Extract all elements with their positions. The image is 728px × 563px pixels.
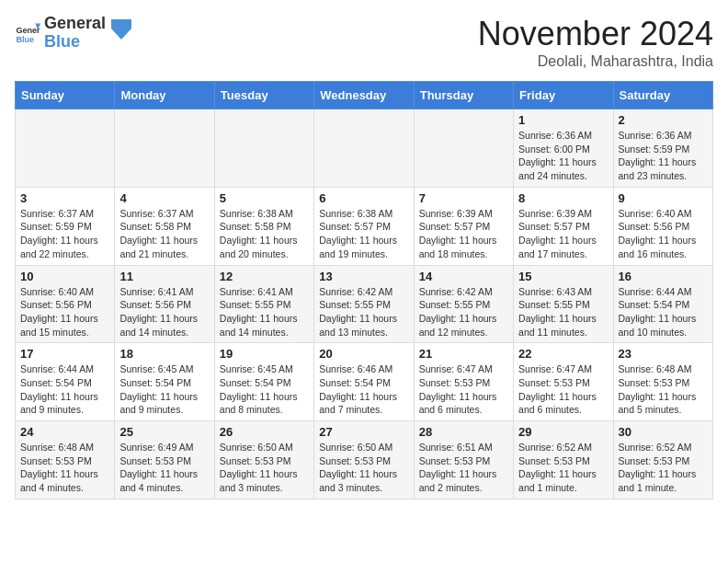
calendar-cell: 12Sunrise: 6:41 AM Sunset: 5:55 PM Dayli… [214, 265, 313, 343]
day-info: Sunrise: 6:40 AM Sunset: 5:56 PM Dayligh… [619, 207, 708, 261]
calendar-cell: 29Sunrise: 6:52 AM Sunset: 5:53 PM Dayli… [514, 421, 613, 500]
day-number: 27 [319, 425, 408, 439]
weekday-header-wednesday: Wednesday [314, 82, 414, 109]
calendar-cell: 17Sunrise: 6:44 AM Sunset: 5:54 PM Dayli… [16, 343, 115, 421]
calendar-week-row: 17Sunrise: 6:44 AM Sunset: 5:54 PM Dayli… [16, 343, 713, 421]
day-info: Sunrise: 6:47 AM Sunset: 5:53 PM Dayligh… [518, 362, 608, 417]
calendar-cell [115, 109, 214, 188]
day-info: Sunrise: 6:41 AM Sunset: 5:55 PM Dayligh… [220, 285, 309, 339]
calendar-cell: 7Sunrise: 6:39 AM Sunset: 5:57 PM Daylig… [414, 187, 513, 265]
day-info: Sunrise: 6:48 AM Sunset: 5:53 PM Dayligh… [619, 362, 708, 417]
day-number: 28 [419, 425, 508, 439]
day-info: Sunrise: 6:38 AM Sunset: 5:58 PM Dayligh… [220, 207, 309, 261]
day-info: Sunrise: 6:39 AM Sunset: 5:57 PM Dayligh… [419, 207, 508, 261]
calendar-cell: 21Sunrise: 6:47 AM Sunset: 5:53 PM Dayli… [414, 343, 513, 421]
title-section: November 2024 Deolali, Maharashtra, Indi… [478, 15, 713, 70]
day-info: Sunrise: 6:38 AM Sunset: 5:57 PM Dayligh… [319, 207, 408, 261]
svg-text:Blue: Blue [16, 35, 34, 44]
day-number: 12 [220, 270, 309, 283]
calendar-cell: 26Sunrise: 6:50 AM Sunset: 5:53 PM Dayli… [214, 421, 313, 500]
day-number: 1 [518, 113, 608, 127]
day-number: 14 [419, 270, 508, 283]
day-info: Sunrise: 6:50 AM Sunset: 5:53 PM Dayligh… [220, 441, 309, 495]
day-number: 26 [220, 425, 309, 439]
day-number: 3 [20, 191, 109, 205]
calendar-cell: 14Sunrise: 6:42 AM Sunset: 5:55 PM Dayli… [414, 265, 513, 343]
calendar-week-row: 10Sunrise: 6:40 AM Sunset: 5:56 PM Dayli… [16, 265, 713, 343]
calendar-cell [16, 109, 115, 188]
day-number: 10 [20, 270, 109, 283]
day-number: 25 [119, 425, 209, 439]
day-number: 2 [619, 113, 708, 127]
weekday-header-sunday: Sunday [16, 82, 115, 109]
calendar-cell: 4Sunrise: 6:37 AM Sunset: 5:58 PM Daylig… [115, 187, 214, 265]
day-info: Sunrise: 6:50 AM Sunset: 5:53 PM Dayligh… [319, 441, 408, 495]
calendar-cell: 27Sunrise: 6:50 AM Sunset: 5:53 PM Dayli… [314, 421, 414, 500]
calendar-cell: 30Sunrise: 6:52 AM Sunset: 5:53 PM Dayli… [613, 421, 712, 500]
calendar-cell: 10Sunrise: 6:40 AM Sunset: 5:56 PM Dayli… [16, 265, 115, 343]
calendar-cell: 16Sunrise: 6:44 AM Sunset: 5:54 PM Dayli… [613, 265, 712, 343]
calendar-cell: 9Sunrise: 6:40 AM Sunset: 5:56 PM Daylig… [613, 187, 712, 265]
weekday-header-monday: Monday [115, 82, 214, 109]
day-info: Sunrise: 6:46 AM Sunset: 5:54 PM Dayligh… [319, 362, 408, 417]
day-number: 29 [518, 425, 608, 439]
calendar-cell [314, 109, 414, 188]
day-number: 17 [20, 347, 109, 361]
calendar-cell: 23Sunrise: 6:48 AM Sunset: 5:53 PM Dayli… [613, 343, 712, 421]
day-info: Sunrise: 6:42 AM Sunset: 5:55 PM Dayligh… [319, 285, 408, 339]
day-info: Sunrise: 6:51 AM Sunset: 5:53 PM Dayligh… [419, 441, 508, 495]
calendar-cell [414, 109, 513, 188]
calendar-cell: 18Sunrise: 6:45 AM Sunset: 5:54 PM Dayli… [115, 343, 214, 421]
month-title: November 2024 [478, 15, 713, 53]
calendar-cell: 15Sunrise: 6:43 AM Sunset: 5:55 PM Dayli… [514, 265, 613, 343]
day-number: 9 [619, 191, 708, 205]
weekday-header-saturday: Saturday [613, 82, 712, 109]
calendar-cell: 13Sunrise: 6:42 AM Sunset: 5:55 PM Dayli… [314, 265, 414, 343]
day-number: 6 [319, 191, 408, 205]
day-info: Sunrise: 6:52 AM Sunset: 5:53 PM Dayligh… [619, 441, 708, 495]
day-number: 16 [619, 270, 708, 283]
calendar-cell: 28Sunrise: 6:51 AM Sunset: 5:53 PM Dayli… [414, 421, 513, 500]
calendar-cell: 3Sunrise: 6:37 AM Sunset: 5:59 PM Daylig… [16, 187, 115, 265]
calendar-cell: 20Sunrise: 6:46 AM Sunset: 5:54 PM Dayli… [314, 343, 414, 421]
weekday-header-thursday: Thursday [414, 82, 513, 109]
weekday-header-tuesday: Tuesday [214, 82, 313, 109]
day-info: Sunrise: 6:49 AM Sunset: 5:53 PM Dayligh… [119, 441, 209, 495]
calendar-cell: 25Sunrise: 6:49 AM Sunset: 5:53 PM Dayli… [115, 421, 214, 500]
day-number: 30 [619, 425, 708, 439]
calendar-cell: 11Sunrise: 6:41 AM Sunset: 5:56 PM Dayli… [115, 265, 214, 343]
logo: General Blue General Blue [15, 15, 131, 52]
day-info: Sunrise: 6:41 AM Sunset: 5:56 PM Dayligh… [119, 285, 209, 339]
calendar-cell [214, 109, 313, 188]
calendar-cell: 5Sunrise: 6:38 AM Sunset: 5:58 PM Daylig… [214, 187, 313, 265]
day-info: Sunrise: 6:44 AM Sunset: 5:54 PM Dayligh… [20, 362, 109, 417]
calendar-week-row: 3Sunrise: 6:37 AM Sunset: 5:59 PM Daylig… [16, 187, 713, 265]
calendar-cell: 19Sunrise: 6:45 AM Sunset: 5:54 PM Dayli… [214, 343, 313, 421]
day-info: Sunrise: 6:42 AM Sunset: 5:55 PM Dayligh… [419, 285, 508, 339]
logo-general: General [44, 15, 106, 33]
day-info: Sunrise: 6:45 AM Sunset: 5:54 PM Dayligh… [119, 362, 209, 417]
day-number: 15 [518, 270, 608, 283]
page-header: General Blue General Blue November 2024 … [15, 15, 713, 70]
day-info: Sunrise: 6:43 AM Sunset: 5:55 PM Dayligh… [518, 285, 608, 339]
calendar-header-row: SundayMondayTuesdayWednesdayThursdayFrid… [16, 82, 713, 109]
logo-blue: Blue [44, 33, 106, 52]
day-info: Sunrise: 6:36 AM Sunset: 5:59 PM Dayligh… [619, 129, 708, 183]
day-info: Sunrise: 6:37 AM Sunset: 5:58 PM Dayligh… [119, 207, 209, 261]
weekday-header-friday: Friday [514, 82, 613, 109]
day-number: 7 [419, 191, 508, 205]
location: Deolali, Maharashtra, India [478, 53, 713, 70]
day-info: Sunrise: 6:36 AM Sunset: 6:00 PM Dayligh… [518, 129, 608, 183]
logo-icon: General Blue [15, 20, 40, 46]
day-info: Sunrise: 6:40 AM Sunset: 5:56 PM Dayligh… [20, 285, 109, 339]
day-info: Sunrise: 6:47 AM Sunset: 5:53 PM Dayligh… [419, 362, 508, 417]
calendar-week-row: 24Sunrise: 6:48 AM Sunset: 5:53 PM Dayli… [16, 421, 713, 500]
calendar-cell: 2Sunrise: 6:36 AM Sunset: 5:59 PM Daylig… [613, 109, 712, 188]
day-number: 4 [119, 191, 209, 205]
day-number: 21 [419, 347, 508, 361]
day-number: 22 [518, 347, 608, 361]
day-info: Sunrise: 6:44 AM Sunset: 5:54 PM Dayligh… [619, 285, 708, 339]
day-number: 5 [220, 191, 309, 205]
day-number: 13 [319, 270, 408, 283]
calendar-table: SundayMondayTuesdayWednesdayThursdayFrid… [15, 81, 713, 500]
